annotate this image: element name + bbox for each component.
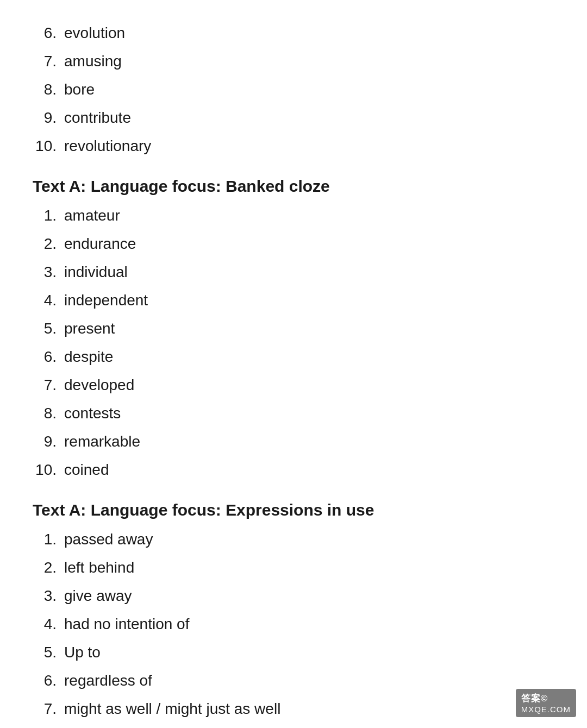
list-text: contribute <box>64 106 131 129</box>
list-number: 9. <box>33 430 64 453</box>
list-number: 2. <box>33 556 64 579</box>
list-item: 8.fall ill <box>33 726 554 728</box>
list-item: 5.Up to <box>33 641 554 664</box>
list-text: bore <box>64 78 95 101</box>
list-text: independent <box>64 289 148 312</box>
list-text: Up to <box>64 641 101 664</box>
list-item: 3.individual <box>33 261 554 284</box>
list-text: give away <box>64 585 132 607</box>
list-item: 1.passed away <box>33 528 554 551</box>
watermark-bottom: MXQE.COM <box>521 705 571 714</box>
list-number: 3. <box>33 261 64 284</box>
list-item: 10.revolutionary <box>33 135 554 158</box>
list-text: left behind <box>64 556 134 579</box>
list-number: 8. <box>33 78 64 101</box>
section-heading-banked-cloze: Text A: Language focus: Banked cloze <box>33 177 554 196</box>
list-number: 5. <box>33 317 64 340</box>
list-number: 6. <box>33 669 64 692</box>
list-item: 7.might as well / might just as well <box>33 698 554 720</box>
list-number: 5. <box>33 641 64 664</box>
list-item: 10.coined <box>33 459 554 481</box>
list-item: 1.amateur <box>33 204 554 227</box>
list-number: 6. <box>33 346 64 368</box>
list-item: 8.contests <box>33 402 554 425</box>
list-number: 8. <box>33 726 64 728</box>
list-number: 3. <box>33 585 64 607</box>
list-item: 7.amusing <box>33 50 554 73</box>
list-number: 8. <box>33 402 64 425</box>
list-text: amateur <box>64 204 120 227</box>
list-number: 7. <box>33 374 64 397</box>
watermark-top: 答案© <box>521 692 571 705</box>
list-text: revolutionary <box>64 135 151 158</box>
list-text: remarkable <box>64 430 140 453</box>
list-text: present <box>64 317 115 340</box>
list-text: had no intention of <box>64 613 189 636</box>
list-number: 7. <box>33 698 64 720</box>
section-heading-expressions-in-use: Text A: Language focus: Expressions in u… <box>33 501 554 519</box>
list-text: evolution <box>64 22 125 45</box>
list-item: 9.contribute <box>33 106 554 129</box>
list-number: 2. <box>33 233 64 255</box>
list-item: 6.regardless of <box>33 669 554 692</box>
list-item: 9.remarkable <box>33 430 554 453</box>
page-content: 6.evolution7.amusing8.bore9.contribute10… <box>33 22 554 728</box>
list-text: developed <box>64 374 134 397</box>
list-number: 7. <box>33 50 64 73</box>
list-item: 8.bore <box>33 78 554 101</box>
list-text: passed away <box>64 528 153 551</box>
list-number: 10. <box>33 135 64 158</box>
list-item: 2.left behind <box>33 556 554 579</box>
list-item: 7.developed <box>33 374 554 397</box>
list-text: despite <box>64 346 113 368</box>
list-item: 3.give away <box>33 585 554 607</box>
list-item: 4.independent <box>33 289 554 312</box>
list-text: contests <box>64 402 121 425</box>
list-number: 4. <box>33 289 64 312</box>
list-number: 10. <box>33 459 64 481</box>
list-number: 6. <box>33 22 64 45</box>
list-text: amusing <box>64 50 122 73</box>
list-number: 9. <box>33 106 64 129</box>
list-number: 4. <box>33 613 64 636</box>
watermark: 答案© MXQE.COM <box>516 689 576 717</box>
list-number: 1. <box>33 528 64 551</box>
list-item: 6.evolution <box>33 22 554 45</box>
list-text: individual <box>64 261 128 284</box>
list-text: regardless of <box>64 669 152 692</box>
list-item: 2.endurance <box>33 233 554 255</box>
list-number: 1. <box>33 204 64 227</box>
list-item: 4.had no intention of <box>33 613 554 636</box>
list-text: coined <box>64 459 109 481</box>
list-text: might as well / might just as well <box>64 698 280 720</box>
list-text: endurance <box>64 233 136 255</box>
list-text: fall ill <box>64 726 98 728</box>
list-item: 5.present <box>33 317 554 340</box>
list-item: 6.despite <box>33 346 554 368</box>
